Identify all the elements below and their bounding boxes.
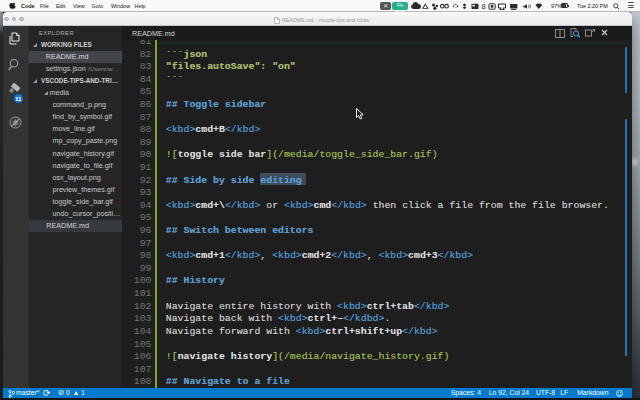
svg-text:8: 8 (482, 2, 486, 11)
